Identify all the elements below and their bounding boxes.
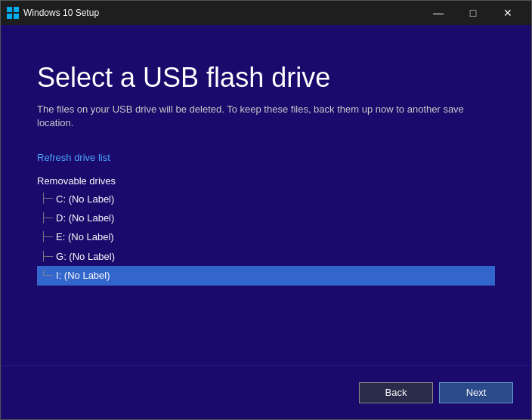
svg-rect-0 bbox=[7, 7, 12, 12]
svg-rect-2 bbox=[7, 14, 12, 19]
drive-label-i: I: (No Label) bbox=[56, 267, 110, 284]
back-button[interactable]: Back bbox=[359, 382, 433, 403]
tree-connector-e: ├─ bbox=[40, 229, 53, 246]
window-controls: — □ ✕ bbox=[421, 1, 525, 25]
minimize-button[interactable]: — bbox=[421, 1, 456, 25]
drive-item-c[interactable]: ├─ C: (No Label) bbox=[37, 190, 495, 208]
drive-label-d: D: (No Label) bbox=[56, 209, 114, 227]
drive-list-container: Removable drives ├─ C: (No Label) ├─ D: … bbox=[37, 175, 495, 347]
svg-rect-1 bbox=[14, 7, 19, 12]
drive-tree: ├─ C: (No Label) ├─ D: (No Label) ├─ E: … bbox=[37, 190, 495, 286]
tree-connector-i: └─ bbox=[40, 267, 53, 284]
maximize-button[interactable]: □ bbox=[456, 1, 490, 25]
drive-item-d[interactable]: ├─ D: (No Label) bbox=[37, 208, 495, 227]
drive-item-i[interactable]: └─ I: (No Label) bbox=[37, 266, 495, 285]
drive-item-g[interactable]: ├─ G: (No Label) bbox=[37, 247, 495, 266]
tree-connector-d: ├─ bbox=[40, 210, 53, 227]
footer: Back Next bbox=[1, 365, 531, 419]
drive-item-e[interactable]: ├─ E: (No Label) bbox=[37, 227, 495, 246]
setup-window: Windows 10 Setup — □ ✕ Select a USB flas… bbox=[0, 0, 532, 420]
refresh-drive-list-link[interactable]: Refresh drive list bbox=[37, 152, 495, 163]
close-button[interactable]: ✕ bbox=[490, 1, 525, 25]
tree-connector-c: ├─ bbox=[40, 190, 53, 207]
page-subtitle: The files on your USB drive will be dele… bbox=[37, 103, 495, 130]
drive-label-g: G: (No Label) bbox=[56, 248, 115, 265]
svg-rect-3 bbox=[14, 14, 19, 19]
window-title: Windows 10 Setup bbox=[23, 8, 421, 18]
tree-connector-g: ├─ bbox=[40, 249, 53, 265]
main-content: Select a USB flash drive The files on yo… bbox=[1, 25, 531, 365]
page-title: Select a USB flash drive bbox=[37, 61, 495, 94]
app-icon bbox=[7, 7, 19, 19]
titlebar: Windows 10 Setup — □ ✕ bbox=[1, 1, 531, 25]
drives-label: Removable drives bbox=[37, 175, 495, 187]
drive-label-e: E: (No Label) bbox=[56, 228, 114, 246]
next-button[interactable]: Next bbox=[439, 382, 513, 403]
drive-label-c: C: (No Label) bbox=[56, 190, 114, 208]
